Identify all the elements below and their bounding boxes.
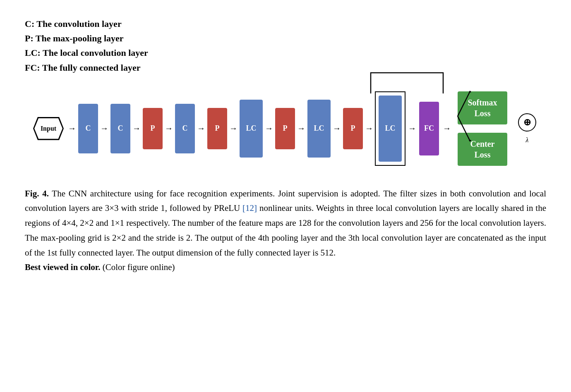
- layer-FC: FC: [419, 102, 439, 155]
- caption-area: Fig. 4. The CNN architecture using for f…: [25, 186, 546, 275]
- lambda-symbol: λ: [526, 136, 529, 144]
- arrow-3: →: [165, 124, 173, 133]
- input-node: Input: [33, 117, 64, 140]
- diagram-area: Input → C → C → P → C → P → LC → P → LC …: [25, 91, 546, 166]
- arrow-4: →: [197, 124, 205, 133]
- layer-C1: C: [78, 104, 98, 153]
- right-section: SoftmaxLoss CenterLoss ⊕ λ: [458, 91, 540, 166]
- legend-item-4: FC: The fully connected layer: [25, 60, 546, 75]
- layer-P1: P: [143, 108, 163, 149]
- plus-circle: ⊕: [518, 113, 536, 131]
- arrow-1: →: [100, 124, 108, 133]
- arrow-5: →: [229, 124, 238, 133]
- loss-center: CenterLoss: [458, 133, 507, 166]
- layer-LC3: LC: [379, 96, 402, 162]
- loss-softmax: SoftmaxLoss: [458, 91, 507, 124]
- arrow-7: →: [297, 124, 305, 133]
- caption-end-text: (Color figure online): [100, 262, 175, 272]
- layer-LC2: LC: [307, 100, 331, 158]
- arrow-11: →: [443, 124, 451, 133]
- legend: C: The convolution layer P: The max-pool…: [25, 17, 546, 75]
- caption-ref: [12]: [242, 203, 257, 213]
- caption-bold-end: Best viewed in color.: [25, 262, 100, 272]
- legend-item-2: P: The max-pooling layer: [25, 31, 546, 45]
- arrow-8: →: [333, 124, 341, 133]
- layer-LC1: LC: [240, 100, 263, 158]
- layer-P2: P: [207, 108, 227, 149]
- arrow-after-input: →: [68, 124, 76, 133]
- layer-P3: P: [275, 108, 295, 149]
- layer-C2: C: [110, 104, 130, 153]
- arrow-2: →: [132, 124, 141, 133]
- legend-item-1: C: The convolution layer: [25, 17, 546, 31]
- arrow-9: →: [365, 124, 373, 133]
- arrow-10: →: [408, 124, 416, 133]
- input-label: Input: [41, 125, 56, 132]
- layer-C3: C: [175, 104, 195, 153]
- caption-label: Fig. 4.: [25, 189, 49, 198]
- legend-item-3: LC: The local convolution layer: [25, 45, 546, 60]
- layer-P4: P: [343, 108, 363, 149]
- arrow-6: →: [265, 124, 273, 133]
- bracket-group: LC: [375, 91, 405, 166]
